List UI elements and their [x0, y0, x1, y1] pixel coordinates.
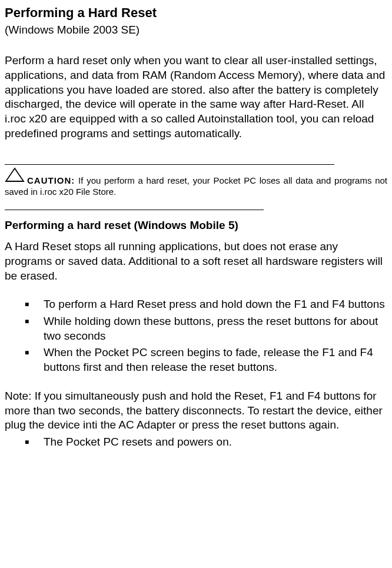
list-item: While holding down these buttons, press …: [25, 314, 387, 343]
list-item: The Pocket PC resets and powers on.: [25, 435, 387, 450]
section-paragraph: A Hard Reset stops all running applicati…: [5, 240, 387, 283]
intro-paragraph: Perform a hard reset only when you want …: [5, 54, 387, 141]
list-item: To perform a Hard Reset press and hold d…: [25, 297, 387, 312]
caution-block: CAUTION: If you perform a hard reset, yo…: [5, 167, 387, 197]
note-bullet-list: The Pocket PC resets and powers on.: [5, 435, 387, 450]
warning-triangle-icon: [5, 167, 25, 185]
steps-list: To perform a Hard Reset press and hold d…: [5, 297, 387, 374]
divider: [5, 164, 334, 165]
section-title: Performing a hard reset (Windows Mobile …: [5, 218, 387, 233]
list-item: When the Pocket PC screen begins to fade…: [25, 346, 387, 374]
note-paragraph: Note: If you simultaneously push and hol…: [5, 389, 387, 433]
page-title: Performing a Hard Reset: [5, 5, 387, 22]
page-subtitle: (Windows Mobile 2003 SE): [5, 23, 387, 38]
divider: [5, 210, 264, 210]
caution-label: CAUTION:: [27, 175, 75, 185]
